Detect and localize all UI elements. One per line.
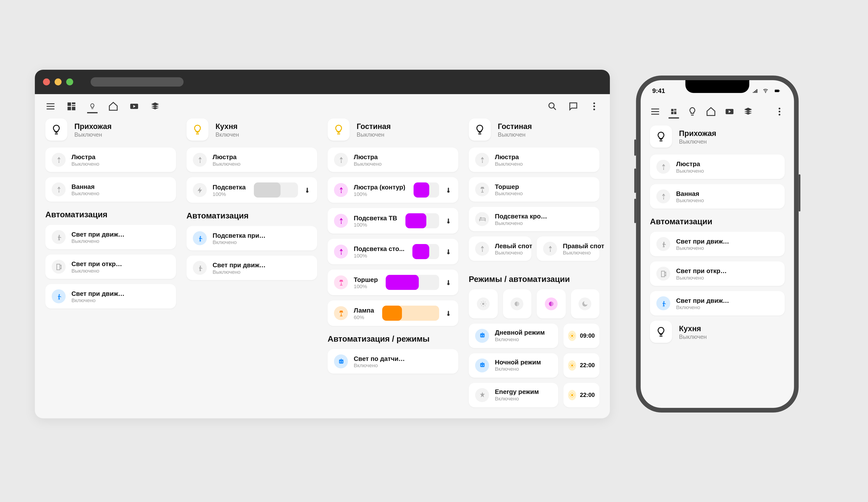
color-temp-icon[interactable] — [445, 217, 452, 224]
lights-icon[interactable] — [687, 106, 698, 117]
room-header[interactable]: Прихожая Выключен — [650, 125, 785, 147]
search-icon[interactable] — [547, 101, 558, 112]
room-header[interactable]: Гостиная Выключен — [328, 119, 458, 141]
device-title: Люстра — [495, 153, 523, 160]
device-card[interactable]: Свет при движении Выключено — [45, 225, 176, 249]
brightness-slider[interactable] — [405, 213, 439, 228]
device-status: 100% — [354, 222, 397, 227]
dashboard-icon[interactable] — [669, 108, 679, 119]
device-card[interactable]: Люстра Выключено — [187, 147, 317, 172]
home-icon[interactable] — [108, 101, 118, 112]
room-header[interactable]: Кухня Включен — [187, 119, 317, 141]
color-temp-icon[interactable] — [445, 187, 452, 194]
device-card[interactable]: Левый спот Выключено — [469, 237, 531, 261]
device-title: Подсветка сто... — [354, 245, 404, 252]
mode-active[interactable] — [537, 289, 566, 318]
room-status: Выключен — [679, 333, 707, 340]
mode-half[interactable] — [503, 289, 531, 318]
device-title: Свет при движении — [213, 261, 266, 268]
device-card[interactable]: Торшер Выключено — [469, 177, 600, 202]
energy-icon — [475, 388, 489, 402]
device-card[interactable]: Свет при открытии двери Выключено — [650, 262, 785, 286]
stack-icon[interactable] — [150, 101, 160, 112]
device-card[interactable]: Свет при движении Выключено — [650, 232, 785, 256]
device-card[interactable]: Свет при движении Выключено — [187, 256, 317, 280]
stack-icon[interactable] — [743, 106, 753, 117]
device-card[interactable]: Подсветка кровати Выключено — [469, 207, 600, 231]
room-status: Выключен — [679, 138, 716, 145]
room-header[interactable]: Кухня Выключен — [650, 321, 785, 343]
mode-sun[interactable] — [469, 289, 498, 318]
address-bar[interactable] — [91, 78, 184, 87]
lamp-icon — [334, 306, 348, 320]
device-title: Правый спот — [563, 242, 604, 249]
color-temp-icon[interactable] — [445, 310, 452, 317]
section-header: Автоматизация — [45, 210, 176, 219]
video-icon[interactable] — [724, 106, 735, 117]
color-temp-icon[interactable] — [445, 279, 452, 286]
device-card[interactable]: Ванная Выключено — [650, 184, 785, 209]
brightness-slider[interactable] — [254, 183, 298, 197]
color-temp-icon[interactable] — [445, 248, 452, 255]
phone-mockup: 9:41 Прихожая Выключен Люстра Выключено … — [636, 75, 799, 412]
battery-icon — [772, 88, 783, 94]
room-title: Гостиная — [356, 122, 391, 131]
section-header: Режимы / автоматизации — [469, 274, 600, 284]
room-header[interactable]: Прихожая Выключен — [45, 119, 176, 141]
device-card[interactable]: Подсветка ТВ 100% — [328, 208, 458, 234]
menu-icon[interactable] — [650, 106, 661, 117]
more-icon[interactable] — [774, 106, 785, 117]
room-header[interactable]: Гостиная Выключен — [469, 119, 600, 141]
device-card[interactable]: Подсветка сто... 100% — [328, 239, 458, 265]
device-card[interactable]: Люстра (контур) 100% — [328, 177, 458, 203]
menu-icon[interactable] — [45, 101, 56, 112]
device-card[interactable]: Energy режим Включено — [469, 382, 558, 407]
dashboard-icon[interactable] — [66, 101, 77, 112]
time-card[interactable]: 22:00 — [564, 382, 599, 407]
device-card[interactable]: Торшер 100% — [328, 269, 458, 295]
time-card[interactable]: 09:00 — [564, 323, 599, 348]
device-title: Торшер — [495, 183, 523, 189]
bulb-icon — [650, 125, 672, 147]
more-icon[interactable] — [589, 101, 599, 112]
device-card[interactable]: Люстра Выключено — [469, 147, 600, 172]
device-card[interactable]: Ночной режим Включено — [469, 353, 558, 377]
color-temp-icon[interactable] — [304, 187, 311, 194]
device-title: Левый спот — [495, 242, 532, 249]
device-card[interactable]: Люстра Выключено — [45, 147, 176, 172]
time-value: 22:00 — [580, 362, 595, 369]
device-card[interactable]: Подсветка при движении Включено — [187, 226, 317, 250]
device-card[interactable]: Дневной режим Включено — [469, 323, 558, 348]
device-card[interactable]: Лампа 60% — [328, 300, 458, 326]
device-card[interactable]: Люстра Выключено — [328, 147, 458, 172]
brightness-slider[interactable] — [386, 275, 439, 290]
time-card[interactable]: 22:00 — [564, 353, 599, 377]
brightness-slider[interactable] — [413, 244, 439, 259]
time-value: 09:00 — [580, 332, 595, 339]
brightness-slider[interactable] — [413, 183, 439, 197]
robot-icon — [334, 355, 348, 368]
device-card[interactable]: Свет по датчику в кресле Включено — [328, 349, 458, 374]
brightness-slider[interactable] — [382, 306, 439, 321]
device-status: Выключено — [495, 220, 548, 226]
device-card[interactable]: Свет при движении (ванная) Включено — [45, 284, 176, 309]
mode-moon[interactable] — [571, 289, 599, 318]
device-card[interactable]: Правый спот Выключено — [537, 237, 599, 261]
lights-icon[interactable] — [87, 103, 97, 113]
maximize-button[interactable] — [66, 79, 73, 85]
device-card[interactable]: Ванная Выключено — [45, 177, 176, 202]
device-card[interactable]: Люстра Выключено — [650, 155, 785, 179]
section-header: Автоматизация / режимы — [328, 334, 458, 344]
device-status: Выключено — [676, 245, 730, 251]
home-icon[interactable] — [706, 106, 716, 117]
video-icon[interactable] — [129, 101, 140, 112]
status-time: 9:41 — [652, 87, 665, 94]
device-status: Выключено — [495, 161, 523, 166]
minimize-button[interactable] — [55, 79, 62, 85]
chat-icon[interactable] — [568, 101, 579, 112]
device-card[interactable]: Подсветка 100% — [187, 177, 317, 203]
device-card[interactable]: Свет при движении (ванная) Включено — [650, 291, 785, 316]
close-button[interactable] — [43, 79, 50, 85]
bulb-icon — [328, 119, 350, 141]
device-card[interactable]: Свет при открытии двери Выключено — [45, 255, 176, 279]
